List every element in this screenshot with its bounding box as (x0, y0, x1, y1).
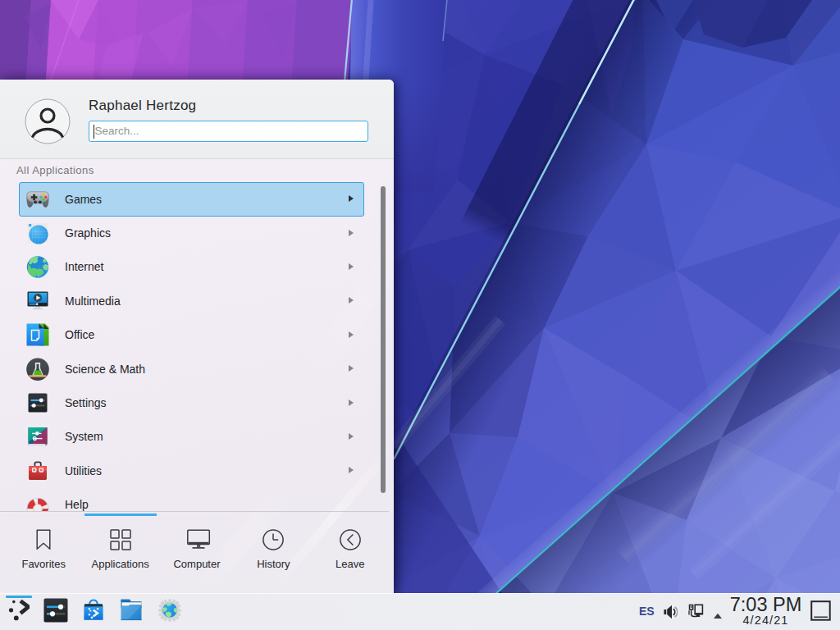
scrollbar[interactable] (381, 186, 386, 493)
expand-tray-icon[interactable] (713, 608, 723, 630)
taskbar-panel: ES 7:03 PM4/24/21 (0, 593, 840, 630)
internet-icon (26, 255, 49, 278)
submenu-arrow-icon (349, 399, 354, 406)
science-icon (26, 358, 49, 381)
clock-date: 4/24/21 (725, 614, 806, 627)
office-icon (26, 323, 49, 346)
app-category-label: Graphics (65, 226, 111, 240)
leave-icon (340, 529, 361, 550)
app-category-settings[interactable]: Settings (0, 386, 394, 419)
network-icon[interactable] (688, 604, 704, 630)
network-icon (688, 604, 704, 619)
multimedia-icon (26, 290, 49, 313)
games-icon (26, 188, 49, 211)
app-category-label: Games (65, 192, 102, 207)
utilities-icon (26, 459, 49, 482)
submenu-arrow-icon (349, 195, 354, 202)
tab-computer[interactable]: Computer (158, 512, 235, 592)
settings-icon (26, 391, 49, 414)
multimedia-icon (26, 290, 49, 313)
app-category-multimedia[interactable]: Multimedia (0, 284, 394, 317)
favorites-icon (33, 529, 54, 550)
clock-time: 7:03 PM (725, 596, 806, 614)
show-desktop-widget (810, 600, 831, 621)
app-category-science-math[interactable]: Science & Math (0, 352, 394, 386)
submenu-arrow-icon (349, 433, 354, 440)
favorites-icon (33, 529, 54, 550)
user-avatar[interactable] (25, 98, 71, 144)
desktop: Raphael Hertzog Search... All Applicatio… (0, 0, 840, 630)
graphics-icon (26, 221, 49, 244)
application-launcher-popup: Raphael Hertzog Search... All Applicatio… (0, 80, 394, 593)
app-category-label: Settings (65, 395, 107, 410)
submenu-arrow-icon (349, 297, 354, 304)
history-icon (262, 529, 284, 550)
help-icon (26, 493, 49, 511)
launcher-header: Raphael Hertzog Search... (0, 80, 394, 159)
internet-icon (26, 255, 49, 278)
graphics-icon (26, 221, 49, 244)
submenu-arrow-icon (349, 230, 354, 236)
help-icon (26, 493, 49, 511)
submenu-arrow-icon (349, 365, 354, 372)
user-name: Raphael Hertzog (89, 98, 196, 113)
submenu-arrow-icon (349, 263, 354, 270)
app-category-utilities[interactable]: Utilities (0, 454, 394, 487)
app-category-label: Multimedia (65, 294, 121, 308)
app-category-label: System (65, 429, 103, 444)
keyboard-layout-indicator[interactable]: ES (639, 593, 655, 630)
tab-leave[interactable]: Leave (312, 512, 388, 592)
app-category-label: Utilities (65, 463, 102, 478)
section-label: All Applications (16, 164, 94, 176)
tab-favorites[interactable]: Favorites (6, 512, 82, 592)
system-icon (26, 425, 49, 448)
search-placeholder: Search... (95, 125, 139, 138)
applications-icon (110, 529, 131, 550)
launcher-tabbar: Favorites Applications Computer History … (6, 512, 389, 593)
tab-label: History (235, 558, 312, 570)
tab-label: Computer (158, 558, 235, 570)
applications-icon (110, 529, 131, 550)
app-category-graphics[interactable]: Graphics (0, 216, 394, 249)
app-category-internet[interactable]: Internet (0, 250, 394, 284)
office-icon (26, 323, 49, 346)
computer-icon (186, 529, 208, 550)
computer-icon (186, 529, 211, 550)
search-input[interactable]: Search... (89, 121, 368, 142)
app-category-system[interactable]: System (0, 420, 394, 454)
tab-label: Applications (82, 558, 158, 570)
expand-tray-icon (713, 613, 723, 619)
utilities-icon (26, 459, 49, 482)
app-category-label: Office (65, 327, 94, 342)
volume-icon (664, 605, 678, 619)
tab-label: Leave (312, 558, 388, 570)
app-category-label: Internet (65, 259, 103, 274)
submenu-arrow-icon (349, 331, 354, 338)
show-desktop-widget[interactable] (810, 600, 831, 630)
app-category-label: Science & Math (65, 362, 145, 377)
app-category-office[interactable]: Office (0, 318, 394, 352)
system-icon (26, 425, 49, 448)
submenu-arrow-icon (349, 467, 354, 473)
digital-clock[interactable]: 7:03 PM4/24/21 (725, 593, 806, 630)
system-tray: ES 7:03 PM4/24/21 (0, 593, 840, 630)
tab-history[interactable]: History (235, 512, 312, 592)
settings-icon (26, 391, 49, 414)
history-icon (262, 529, 284, 550)
leave-icon (340, 529, 361, 550)
app-category-label: Help (65, 497, 89, 511)
science-icon (26, 358, 49, 381)
tab-applications[interactable]: Applications (82, 512, 158, 592)
app-category-help[interactable]: Help (0, 488, 394, 511)
games-icon (26, 188, 49, 211)
app-category-games[interactable]: Games (0, 182, 394, 216)
tab-label: Favorites (6, 558, 82, 570)
application-category-list: Games Graphics Internet Multimedia Offic… (0, 182, 394, 511)
volume-icon[interactable] (664, 605, 678, 630)
